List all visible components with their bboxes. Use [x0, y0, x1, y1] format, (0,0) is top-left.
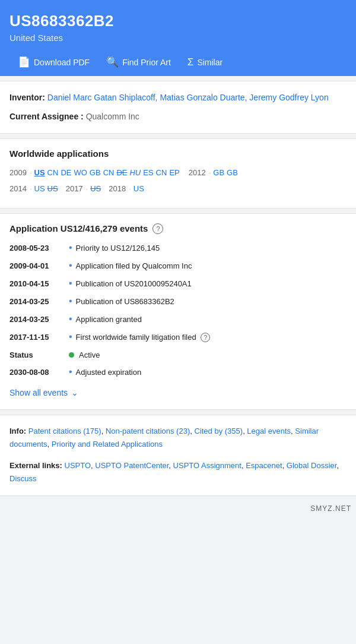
- year-2017: 2017: [66, 182, 83, 195]
- ext-link-espacenet[interactable]: Espacenet: [246, 461, 282, 470]
- event-desc-3: Publication of US20100095240A1: [76, 279, 347, 288]
- status-row: Status Active: [9, 351, 347, 359]
- events-header: Application US12/416,279 events ?: [9, 223, 347, 234]
- info-link-cited-by[interactable]: Cited by (355): [194, 427, 243, 435]
- event-row-pub1: 2010-04-15 • Publication of US2010009524…: [9, 279, 347, 289]
- patent-number: US8683362B2: [9, 12, 347, 30]
- app-de-1[interactable]: DE: [61, 166, 71, 179]
- info-link-priority[interactable]: Priority and Related Applications: [52, 440, 163, 449]
- event-desc-5: Application granted: [76, 315, 347, 324]
- event-desc-1: Priority to US12/126,145: [76, 244, 347, 252]
- find-prior-art-button[interactable]: 🔍 Find Prior Art: [98, 50, 179, 76]
- info-link-patent-citations[interactable]: Patent citations (175): [28, 427, 101, 435]
- worldwide-applications-card: Worldwide applications 2009 · US CN DE W…: [0, 138, 356, 209]
- app-gb-2[interactable]: GB: [213, 166, 224, 179]
- app-gb-1[interactable]: GB: [90, 166, 101, 179]
- inventor-names[interactable]: Daniel Marc Gatan Shiplacoff, Matias Gon…: [47, 93, 329, 102]
- event-date-1: 2008-05-23: [9, 244, 69, 252]
- year-2009: 2009: [9, 166, 27, 179]
- header: US8683362B2 United States 📄 Download PDF…: [0, 0, 356, 76]
- app-us-2014[interactable]: US: [34, 182, 45, 195]
- info-link-non-patent-citations[interactable]: Non-patent citations (23): [106, 427, 190, 435]
- litigation-help-icon[interactable]: ?: [201, 333, 210, 342]
- ext-link-uspto-assignment[interactable]: USPTO Assignment: [173, 461, 241, 470]
- inventor-assignee-card: Inventor: Daniel Marc Gatan Shiplacoff, …: [0, 81, 356, 134]
- events-card: Application US12/416,279 events ? 2008-0…: [0, 213, 356, 411]
- ext-link-global-dossier[interactable]: Global Dossier: [287, 461, 337, 470]
- year-2014: 2014: [9, 182, 27, 195]
- chevron-down-icon: ⌄: [71, 388, 78, 397]
- app-es[interactable]: ES: [143, 166, 153, 179]
- app-cn-3[interactable]: CN: [156, 166, 167, 179]
- assignee-value: Qualcomm Inc: [86, 112, 139, 121]
- event-row-filed: 2009-04-01 • Application filed by Qualco…: [9, 261, 347, 271]
- event-desc-2: Application filed by Qualcomm Inc: [76, 261, 347, 270]
- app-cn-1[interactable]: CN: [47, 166, 59, 179]
- status-dot: [69, 352, 74, 358]
- event-date-3: 2010-04-15: [9, 279, 69, 288]
- watermark: SMYZ.NET: [0, 501, 356, 516]
- patent-country: United States: [9, 33, 347, 43]
- app-us-current[interactable]: US: [34, 166, 45, 179]
- assignee-section: Current Assignee : Qualcomm Inc: [9, 110, 347, 123]
- download-icon: 📄: [18, 56, 30, 68]
- external-links-line: External links: USPTO, USPTO PatentCente…: [9, 459, 347, 485]
- ext-link-uspto-patentcenter[interactable]: USPTO PatentCenter: [95, 461, 169, 470]
- app-gb-3[interactable]: GB: [227, 166, 238, 179]
- ext-link-discuss[interactable]: Discuss: [9, 474, 37, 483]
- app-us-2014-strike[interactable]: US: [47, 182, 58, 195]
- info-card: Info: Patent citations (175), Non-patent…: [0, 415, 356, 495]
- app-us-2018[interactable]: US: [134, 182, 144, 195]
- ext-link-uspto[interactable]: USPTO: [65, 461, 91, 470]
- event-date-5: 2014-03-25: [9, 315, 69, 324]
- year-2012: 2012: [189, 166, 206, 179]
- app-de-2[interactable]: DE: [116, 166, 127, 179]
- event-desc-4: Publication of US8683362B2: [76, 297, 347, 306]
- event-row-pub2: 2014-03-25 • Publication of US8683362B2: [9, 297, 347, 307]
- show-all-events-button[interactable]: Show all events ⌄: [9, 386, 78, 400]
- app-ep[interactable]: EP: [169, 166, 179, 179]
- info-line: Info: Patent citations (175), Non-patent…: [9, 425, 347, 451]
- event-date-2: 2009-04-01: [9, 261, 69, 270]
- app-hu[interactable]: HU: [129, 166, 141, 179]
- sigma-icon: Σ: [187, 56, 194, 68]
- inventor-section: Inventor: Daniel Marc Gatan Shiplacoff, …: [9, 91, 347, 104]
- external-label: External links:: [9, 461, 62, 470]
- event-date-4: 2014-03-25: [9, 297, 69, 306]
- search-icon: 🔍: [106, 56, 119, 68]
- event-row-priority: 2008-05-23 • Priority to US12/126,145: [9, 244, 347, 253]
- event-desc-6: First worldwide family litigation filed …: [76, 333, 347, 343]
- status-label: Status: [9, 351, 69, 359]
- inventor-label: Inventor:: [9, 93, 45, 102]
- event-row-granted: 2014-03-25 • Application granted: [9, 315, 347, 324]
- events-help-icon[interactable]: ?: [152, 223, 163, 234]
- events-title: Application US12/416,279 events: [9, 223, 148, 233]
- info-label: Info:: [9, 427, 26, 435]
- similar-button[interactable]: Σ Similar: [179, 50, 231, 76]
- event-desc-7: Adjusted expiration: [76, 368, 347, 377]
- event-row-litigation: 2017-11-15 • First worldwide family liti…: [9, 333, 347, 343]
- app-wo[interactable]: WO: [74, 166, 87, 179]
- assignee-label: Current Assignee :: [9, 112, 84, 121]
- event-date-7: 2030-08-08: [9, 368, 69, 377]
- event-date-6: 2017-11-15: [9, 333, 69, 342]
- info-link-legal-events[interactable]: Legal events: [247, 427, 291, 435]
- worldwide-row-2009: 2009 · US CN DE WO GB CN DE HU ES CN EP …: [9, 166, 347, 179]
- year-2018: 2018: [109, 182, 126, 195]
- toolbar: 📄 Download PDF 🔍 Find Prior Art Σ Simila…: [9, 50, 347, 76]
- app-cn-2[interactable]: CN: [103, 166, 115, 179]
- download-pdf-button[interactable]: 📄 Download PDF: [9, 50, 98, 76]
- worldwide-title: Worldwide applications: [9, 149, 347, 159]
- app-us-2017[interactable]: US: [90, 182, 101, 195]
- status-value: Active: [79, 351, 100, 359]
- event-row-expiration: 2030-08-08 • Adjusted expiration: [9, 368, 347, 377]
- worldwide-row-2014: 2014 · US US 2017 · US 2018 · US: [9, 182, 347, 195]
